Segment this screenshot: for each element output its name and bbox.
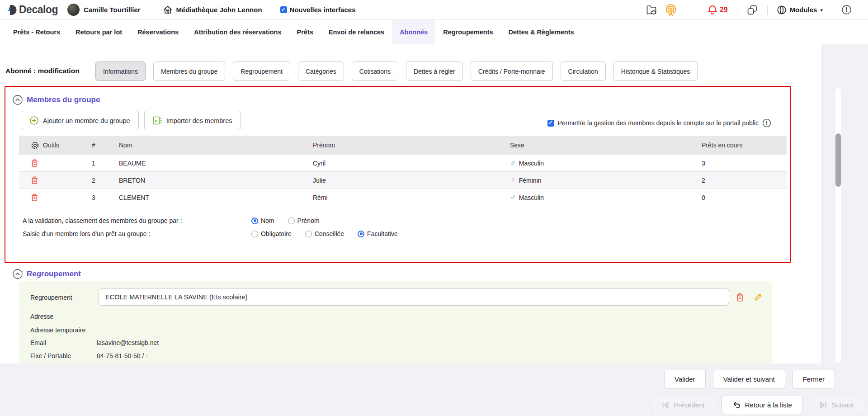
radio-label: Prénom [297, 217, 320, 224]
collapse-chevron-icon[interactable] [13, 269, 23, 279]
modules-menu[interactable]: Modules ▾ [777, 5, 823, 15]
member-firstname: Julie [313, 177, 510, 184]
radio-obligatoire[interactable]: Obligatoire [251, 230, 292, 237]
tab-dettes-a-regler[interactable]: Dettes à régler [406, 61, 463, 81]
radio-conseillee[interactable]: Conseillée [305, 230, 344, 237]
col-num: # [92, 142, 119, 149]
tab-informations[interactable]: Informations [95, 61, 146, 81]
nav-tab-envoi-relances[interactable]: Envoi de relances [321, 20, 392, 44]
folder-cloud-icon[interactable] [646, 4, 658, 16]
table-row: 2 BRETON Julie ♀ Féminin 2 [19, 172, 787, 189]
member-loans: 0 [699, 194, 787, 201]
col-tools: Outils [43, 142, 59, 149]
radio-button[interactable] [358, 231, 364, 237]
user-name: Camille Tourtillier [84, 6, 141, 14]
radio-button[interactable] [251, 231, 258, 237]
member-firstname: Rémi [313, 194, 510, 201]
tab-regroupement[interactable]: Regroupement [233, 61, 290, 81]
tab-credits-porte-monnaie[interactable]: Crédits / Porte-monnaie [471, 61, 553, 81]
validate-next-button[interactable]: Valider et suivant [713, 369, 785, 389]
validate-button[interactable]: Valider [664, 369, 706, 389]
footer-nav-actions: Précédent Retour à la liste Suivant [651, 396, 864, 414]
nav-tab-retours-par-lot[interactable]: Retours par lot [68, 20, 130, 44]
logo-text: Decalog [19, 4, 58, 16]
member-entry-row: Saisie d'un membre lors d'un prêt au gro… [23, 228, 398, 239]
logo-d-icon [6, 4, 19, 16]
member-loans: 2 [699, 177, 787, 184]
collapse-chevron-icon[interactable] [13, 95, 23, 105]
new-interfaces-toggle[interactable]: Nouvelles interfaces [280, 6, 356, 14]
close-button[interactable]: Fermer [793, 369, 835, 389]
tab-circulation[interactable]: Circulation [561, 61, 606, 81]
portal-management-toggle[interactable]: Permettre la gestion des membres depuis … [547, 115, 771, 131]
nav-tab-regroupements[interactable]: Regroupements [435, 20, 500, 44]
nav-tab-prets-retours[interactable]: Prêts - Retours [5, 20, 68, 44]
radio-prenom[interactable]: Prénom [288, 217, 320, 224]
temp-address-label: Adresse temporaire [30, 326, 85, 334]
members-actions: Ajouter un membre du groupe x Importer d… [21, 111, 241, 130]
top-bar-actions: 29 Modules ▾ [646, 3, 868, 17]
divider [737, 5, 737, 15]
excel-icon: x [153, 116, 162, 125]
new-interfaces-checkbox[interactable] [280, 6, 287, 13]
scrollbar-track[interactable] [835, 88, 841, 363]
male-icon: ♂ [510, 194, 516, 201]
page-title: Abonné : modification [5, 67, 80, 75]
stacked-squares-icon[interactable] [746, 4, 758, 16]
phone-value: 04-75-81-50-50 / - [97, 352, 148, 359]
tab-membres-du-groupe[interactable]: Membres du groupe [153, 61, 225, 81]
member-firstname: Cyril [313, 160, 510, 167]
tab-categories[interactable]: Catégories [298, 61, 344, 81]
undo-icon [732, 401, 741, 409]
app-window: Decalog Camille Tourtillier Médiathèque … [0, 0, 868, 416]
nav-tab-abonnes[interactable]: Abonnés [392, 20, 435, 44]
female-icon: ♀ [510, 176, 516, 184]
help-info-icon[interactable] [762, 118, 771, 128]
nav-tab-prets[interactable]: Prêts [289, 20, 321, 44]
delete-member-icon[interactable] [31, 159, 38, 167]
divider [767, 5, 768, 15]
radio-facultative[interactable]: Facultative [358, 230, 398, 237]
nav-tab-dettes-reglements[interactable]: Dettes & Règlements [501, 20, 582, 44]
sort-members-question: A la validation, classement des membres … [23, 217, 251, 224]
radio-button[interactable] [288, 217, 295, 224]
broadcast-icon[interactable] [664, 3, 678, 17]
previous-label: Précédent [674, 401, 704, 409]
delete-group-icon[interactable] [736, 293, 744, 302]
add-member-label: Ajouter un membre du groupe [43, 117, 130, 124]
delete-member-icon[interactable] [31, 193, 38, 202]
decalog-logo[interactable]: Decalog [6, 4, 58, 16]
import-members-label: Importer des membres [166, 117, 232, 124]
chevron-down-icon: ▾ [820, 7, 823, 13]
next-button[interactable]: Suivant [809, 396, 864, 414]
radio-label: Obligatoire [261, 230, 292, 237]
notifications-button[interactable]: 29 [708, 5, 728, 15]
group-name-input[interactable] [99, 288, 729, 306]
nav-tab-attribution-reservations[interactable]: Attribution des réservations [186, 20, 289, 44]
skip-next-icon [819, 402, 827, 409]
portal-checkbox[interactable] [547, 120, 554, 127]
scrollbar-thumb[interactable] [835, 133, 841, 187]
gear-icon [31, 141, 39, 150]
back-to-list-button[interactable]: Retour à la liste [722, 396, 802, 414]
user-avatar[interactable] [67, 4, 80, 16]
col-firstname: Prénom [313, 142, 510, 149]
delete-member-icon[interactable] [31, 176, 38, 184]
tab-cotisations[interactable]: Cotisations [352, 61, 398, 81]
nav-tab-reservations[interactable]: Réservations [130, 20, 186, 44]
radio-nom[interactable]: Nom [251, 217, 274, 224]
record-tabs: Informations Membres du groupe Regroupem… [95, 61, 698, 81]
plus-circle-icon [29, 116, 39, 125]
info-icon[interactable] [841, 5, 852, 15]
edit-group-icon[interactable] [753, 293, 763, 302]
add-member-button[interactable]: Ajouter un membre du groupe [21, 111, 139, 130]
divider [832, 5, 832, 15]
import-members-button[interactable]: x Importer des membres [144, 111, 241, 130]
main-nav: Prêts - Retours Retours par lot Réservat… [0, 20, 868, 44]
radio-button[interactable] [251, 217, 258, 224]
radio-button[interactable] [305, 231, 312, 237]
right-gutter [821, 44, 868, 364]
tab-historique-statistiques[interactable]: Historique & Statistiques [613, 61, 698, 81]
previous-button[interactable]: Précédent [651, 396, 715, 414]
library-name: Médiathèque John Lennon [176, 6, 262, 14]
